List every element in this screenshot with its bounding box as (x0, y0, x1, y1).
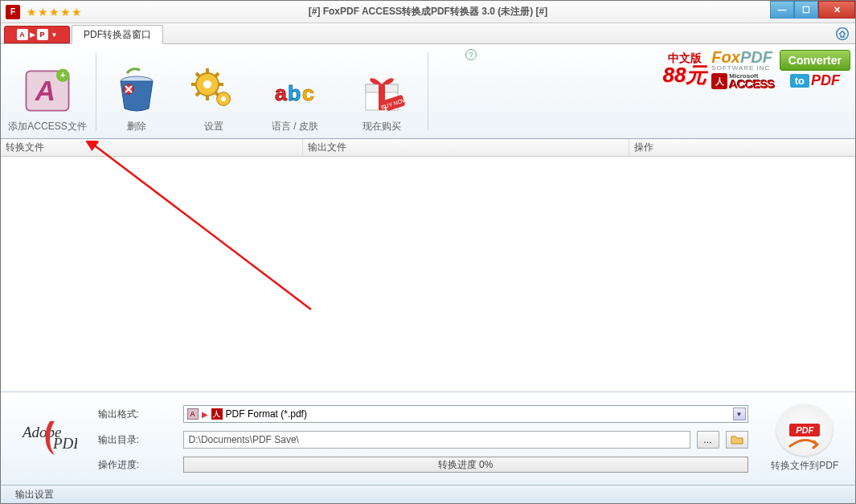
promo-badge[interactable]: 中文版 88元 (662, 53, 707, 85)
col-output-file[interactable]: 输出文件 (303, 139, 629, 156)
converter-badge[interactable]: Converter to PDF (780, 50, 850, 89)
file-list-area[interactable] (1, 157, 855, 391)
gear-icon (188, 65, 240, 117)
output-format-value: PDF Format (*.pdf) (226, 408, 307, 420)
convert-arrow-icon (787, 438, 822, 454)
rating-stars-icon: ★★★★★ (27, 6, 83, 18)
app-logo-icon: F (6, 5, 20, 19)
output-format-label: 输出格式: (98, 408, 177, 421)
tab-strip: A ▶ P ▼ PDF转换器窗口 (1, 23, 855, 44)
folder-open-icon (731, 434, 743, 445)
convert-button-label: 转换文件到PDF (771, 459, 838, 473)
output-dir-label: 输出目录: (98, 433, 177, 447)
browse-button[interactable]: … (697, 431, 719, 449)
language-skin-button[interactable]: a b c 语言 / 皮肤 (252, 44, 338, 138)
col-action[interactable]: 操作 (629, 139, 855, 156)
window-title: [#] FoxPDF ACCESS转换成PDF转换器 3.0 (未注册) [#] (309, 5, 548, 18)
svg-point-0 (837, 28, 849, 40)
progress-label: 操作进度: (98, 458, 177, 472)
toolbar: A + 添加ACCESS文件 删除 设置 (1, 44, 855, 139)
arrow-right-icon: ▶ (202, 410, 208, 419)
adobe-mini-icon: 人 (711, 73, 727, 89)
chevron-down-icon: ▼ (51, 31, 58, 39)
settings-button[interactable]: 设置 (175, 44, 252, 138)
access-mini-icon: A (17, 29, 28, 40)
adobe-logo-area: Adobe PDF (1, 392, 96, 485)
output-dir-input[interactable]: D:\Documents\PDF Save\ (183, 431, 690, 449)
lang-label: 语言 / 皮肤 (272, 120, 318, 133)
titlebar: F ★★★★★ [#] FoxPDF ACCESS转换成PDF转换器 3.0 (… (1, 1, 855, 23)
svg-line-18 (215, 73, 219, 76)
settings-label: 设置 (204, 120, 223, 133)
brand-area: 中文版 88元 FoxPDF SOFTWARE INC 人 Microsoft … (662, 49, 850, 90)
pdf-mini-icon: 人 (211, 408, 223, 420)
output-settings-area: 输出格式: A ▶ 人 PDF Format (*.pdf) ▼ 输出目录: D… (96, 392, 755, 485)
home-icon[interactable] (836, 27, 849, 40)
svg-text:A: A (35, 76, 55, 106)
maximize-button[interactable]: ☐ (794, 1, 818, 18)
annotation-arrow-icon (86, 141, 327, 318)
convert-area: PDF 转换文件到PDF (755, 392, 855, 485)
delete-label: 删除 (127, 120, 146, 133)
tab-quick-convert[interactable]: A ▶ P ▼ (4, 26, 70, 43)
svg-point-20 (221, 96, 226, 101)
close-button[interactable]: ✕ (818, 1, 855, 18)
add-access-file-button[interactable]: A + 添加ACCESS文件 (1, 44, 94, 138)
pdf-mini-icon: P (37, 29, 48, 40)
svg-line-15 (196, 73, 199, 76)
access-icon: A + (22, 65, 73, 117)
arrow-right-icon: ▶ (30, 31, 35, 39)
add-label: 添加ACCESS文件 (8, 120, 86, 133)
svg-line-29 (92, 144, 311, 309)
abc-icon: a b c (269, 65, 321, 117)
svg-text:b: b (288, 81, 301, 105)
gift-icon: BUY NOW! (356, 65, 408, 117)
svg-text:+: + (60, 70, 65, 80)
svg-line-17 (196, 92, 199, 96)
chevron-down-icon[interactable]: ▼ (733, 408, 746, 420)
access-mini-icon: A (187, 408, 199, 420)
svg-point-10 (203, 80, 211, 88)
progress-bar: 转换进度 0% (183, 457, 748, 473)
buy-now-button[interactable]: BUY NOW! 现在购买 (338, 44, 426, 138)
adobe-pdf-icon: Adobe PDF (19, 415, 77, 463)
buy-label: 现在购买 (362, 120, 401, 133)
delete-button[interactable]: 删除 (98, 44, 175, 138)
help-icon[interactable] (465, 49, 477, 60)
svg-text:PDF: PDF (52, 435, 77, 452)
minimize-button[interactable]: — (770, 1, 794, 18)
output-format-select[interactable]: A ▶ 人 PDF Format (*.pdf) ▼ (183, 405, 748, 423)
tab-converter-window[interactable]: PDF转换器窗口 (72, 25, 163, 44)
svg-text:a: a (275, 81, 287, 105)
open-folder-button[interactable] (726, 431, 748, 449)
trash-icon (111, 65, 162, 117)
status-text: 输出设置 (15, 488, 54, 502)
status-bar: 输出设置 (1, 485, 855, 503)
foxpdf-logo[interactable]: FoxPDF SOFTWARE INC 人 Microsoft ACCESS (711, 49, 775, 90)
svg-text:c: c (302, 81, 314, 105)
bottom-panel: Adobe PDF 输出格式: A ▶ 人 PDF Format (*.pdf)… (1, 391, 855, 485)
convert-button[interactable]: PDF (776, 404, 833, 456)
